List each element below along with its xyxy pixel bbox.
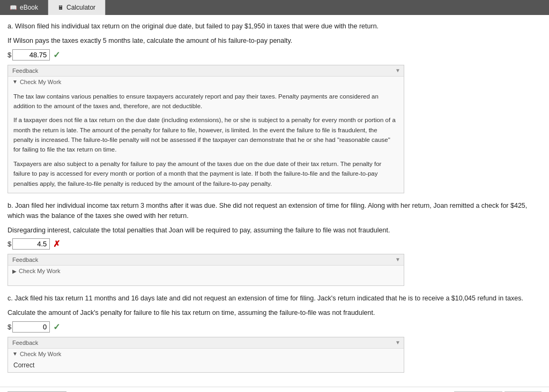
- cmw-arrow-a: ▼: [12, 79, 18, 85]
- correct-icon-c: ✓: [53, 322, 60, 332]
- answer-input-a[interactable]: [12, 49, 50, 61]
- question-c-text: c. Jack filed his tax return 11 months a…: [8, 293, 541, 304]
- feedback-box-c: Feedback ▼ ▼ Check My Work Correct: [8, 337, 404, 373]
- question-a-block: a. Wilson filed his individual tax retur…: [8, 21, 541, 193]
- main-content: a. Wilson filed his individual tax retur…: [0, 15, 549, 387]
- feedback-a-para2: If a taxpayer does not file a tax return…: [13, 115, 398, 155]
- question-c-answer-row: $ ✓: [8, 321, 541, 333]
- feedback-triangle-a[interactable]: ▼: [395, 67, 400, 73]
- feedback-body-a: The tax law contains various penalties t…: [8, 87, 404, 193]
- question-a-answer-row: $ ✓: [8, 49, 541, 61]
- question-b-sub: Disregarding interest, calculate the tot…: [8, 225, 541, 236]
- feedback-a-para3: Taxpayers are also subject to a penalty …: [13, 159, 398, 189]
- tab-bar: 📖 eBook 🖩 Calculator: [0, 0, 549, 15]
- feedback-a-para1: The tax law contains various penalties t…: [13, 92, 398, 111]
- question-c-sub: Calculate the amount of Jack's penalty f…: [8, 308, 541, 318]
- correct-label-c: Correct: [8, 359, 404, 372]
- cmw-arrow-c: ▼: [12, 351, 18, 357]
- check-my-work-b[interactable]: ▶ Check My Work: [8, 266, 404, 276]
- feedback-header-c: Feedback ▼: [8, 337, 404, 349]
- feedback-box-a: Feedback ▼ ▼ Check My Work The tax law c…: [8, 65, 404, 194]
- feedback-triangle-b[interactable]: ▼: [395, 257, 400, 262]
- tab-ebook[interactable]: 📖 eBook: [0, 0, 48, 15]
- question-a-text: a. Wilson filed his individual tax retur…: [8, 21, 541, 32]
- dollar-sign-a: $: [8, 51, 11, 59]
- question-b-text: b. Joan filed her individual income tax …: [8, 201, 541, 221]
- feedback-box-b: Feedback ▼ ▶ Check My Work: [8, 254, 404, 286]
- bottom-nav: Check My Work ❮ Previous Next ❯: [0, 387, 549, 392]
- incorrect-icon-b: ✗: [53, 239, 60, 249]
- question-b-answer-row: $ ✗: [8, 238, 541, 250]
- check-my-work-a[interactable]: ▼ Check My Work: [8, 77, 404, 87]
- dollar-sign-c: $: [8, 323, 11, 331]
- question-b-block: b. Joan filed her individual income tax …: [8, 201, 541, 286]
- correct-icon-a: ✓: [53, 50, 60, 60]
- feedback-triangle-c[interactable]: ▼: [395, 340, 400, 345]
- question-c-block: c. Jack filed his tax return 11 months a…: [8, 293, 541, 373]
- ebook-icon: 📖: [10, 4, 17, 11]
- answer-input-c[interactable]: [12, 321, 50, 333]
- calculator-icon: 🖩: [58, 4, 64, 11]
- check-my-work-c[interactable]: ▼ Check My Work: [8, 349, 404, 359]
- answer-input-b[interactable]: [12, 238, 50, 250]
- feedback-header-b: Feedback ▼: [8, 254, 404, 266]
- tab-calculator[interactable]: 🖩 Calculator: [48, 0, 106, 15]
- cmw-arrow-b: ▶: [12, 268, 17, 274]
- question-a-sub: If Wilson pays the taxes exactly 5 month…: [8, 36, 541, 46]
- dollar-sign-b: $: [8, 240, 11, 248]
- feedback-header-a: Feedback ▼: [8, 65, 404, 77]
